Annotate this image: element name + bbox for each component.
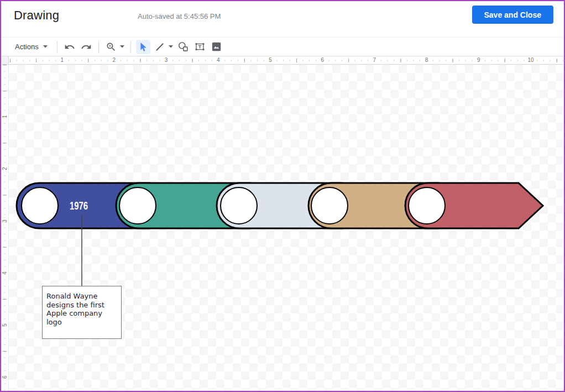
timeline-circle-5[interactable] <box>409 187 445 224</box>
ruler-number: 1 <box>2 113 8 121</box>
page-title: Drawing <box>14 8 59 23</box>
horizontal-ruler: 1 2 3 4 5 6 7 8 9 10 <box>9 56 564 65</box>
ruler-number: 6 <box>2 374 8 381</box>
ruler-number: 3 <box>163 57 170 64</box>
timeline-circle-1[interactable] <box>22 187 58 224</box>
timeline-circle-2[interactable] <box>119 187 156 224</box>
timeline-graphic: 1976 <box>9 65 564 391</box>
callout-text: Ronald Wayne designs the first Apple com… <box>46 292 104 326</box>
image-tool-button[interactable] <box>210 40 224 54</box>
redo-button[interactable] <box>79 40 93 54</box>
shape-tool-button[interactable] <box>176 40 191 54</box>
ruler-number: 3 <box>2 217 8 224</box>
ruler-number: 6 <box>319 57 326 64</box>
ruler-number: 10 <box>527 57 534 64</box>
shape-icon <box>177 41 189 53</box>
line-dropdown-caret-icon[interactable] <box>169 45 173 48</box>
timeline-circle-3[interactable] <box>221 187 257 224</box>
zoom-in-icon <box>106 41 117 53</box>
ruler-number: 1 <box>59 57 65 64</box>
toolbar-divider <box>98 41 99 53</box>
vertical-ruler: 1 2 3 4 5 6 <box>1 65 9 391</box>
drawing-editor-window: Drawing Auto-saved at 5:45:56 PM Save an… <box>0 0 565 392</box>
image-icon <box>211 41 222 53</box>
ruler-number: 8 <box>423 57 430 64</box>
actions-menu-label: Actions <box>15 43 39 51</box>
ruler-corner <box>1 56 9 65</box>
ruler-number: 7 <box>371 57 378 64</box>
timeline-circle-4[interactable] <box>311 187 348 224</box>
drawing-canvas[interactable]: 1976 Ronald Wayne designs the first Appl… <box>9 65 564 391</box>
ruler-number: 2 <box>2 165 8 173</box>
zoom-button[interactable] <box>104 40 118 54</box>
ruler-number: 5 <box>2 322 8 329</box>
ruler-number: 5 <box>267 57 274 64</box>
timeline-year-label[interactable]: 1976 <box>70 200 88 212</box>
toolbar-divider <box>57 41 57 53</box>
line-tool-button[interactable] <box>153 40 167 54</box>
chevron-down-icon <box>43 45 48 48</box>
text-box-tool-button[interactable] <box>193 40 207 54</box>
header-bar: Drawing Auto-saved at 5:45:56 PM Save an… <box>1 1 564 37</box>
callout-text-box[interactable]: Ronald Wayne designs the first Apple com… <box>42 286 122 339</box>
text-box-icon <box>194 41 206 53</box>
ruler-number: 2 <box>111 57 117 64</box>
actions-menu-button[interactable]: Actions <box>14 40 53 53</box>
toolbar-divider <box>130 41 131 53</box>
line-icon <box>154 41 165 53</box>
save-and-close-button[interactable]: Save and Close <box>472 6 554 24</box>
toolbar: Actions <box>1 37 564 56</box>
ruler-number: 4 <box>2 269 8 276</box>
redo-icon <box>81 41 92 53</box>
ruler-number: 4 <box>215 57 222 64</box>
ruler-number: 9 <box>475 57 482 64</box>
autosave-status: Auto-saved at 5:45:56 PM <box>138 12 221 20</box>
undo-button[interactable] <box>62 40 77 54</box>
select-tool-button[interactable] <box>136 40 150 54</box>
select-cursor-icon <box>138 41 149 53</box>
undo-icon <box>64 41 75 53</box>
zoom-dropdown-caret-icon[interactable] <box>120 45 124 48</box>
